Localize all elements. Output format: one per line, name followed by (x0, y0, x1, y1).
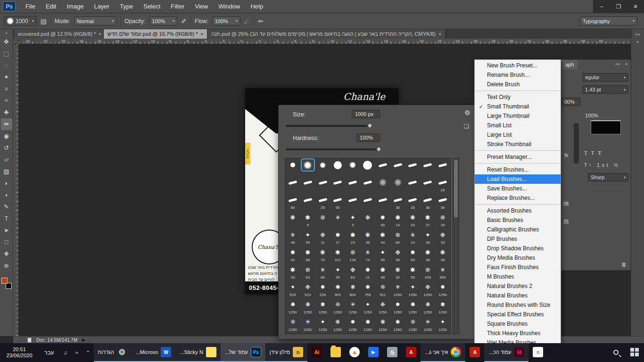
size-value-field[interactable]: 1000 px (352, 110, 380, 118)
brush-preset[interactable]: ✺23 (345, 228, 360, 246)
brush-preset[interactable]: ❉95 (390, 246, 405, 263)
type-style-icons[interactable]: TTŦ (584, 150, 605, 156)
menu-item-m-brushes[interactable]: M Brushes (475, 272, 561, 281)
menu-item-natural-brushes[interactable]: Natural Brushes (475, 291, 561, 300)
type-position-icons[interactable]: T¹ 1st ½ (584, 163, 620, 168)
menubar-item-select[interactable]: Select (138, 0, 165, 13)
brush-preset[interactable]: ❊63 (300, 263, 315, 280)
brush-preset[interactable]: ✹1250 (345, 315, 360, 333)
taskbar-start[interactable] (625, 343, 644, 362)
brush-preset[interactable]: ❋32 (390, 263, 405, 280)
brush-preset[interactable]: 25 (315, 193, 330, 211)
menubar-item-window[interactable]: Window (213, 0, 245, 13)
menu-item-square-brushes[interactable]: Square Brushes (475, 319, 561, 329)
brush-preset[interactable]: ✺48 (375, 263, 390, 280)
menu-item-round-brushes-with-size[interactable]: Round Brushes with Size (475, 300, 561, 310)
brush-preset[interactable]: ✦26 (420, 228, 435, 246)
brush-preset[interactable]: ✳1250 (420, 315, 435, 333)
scrollbar-thumb[interactable] (454, 160, 458, 217)
menu-item-text-only[interactable]: Text Only (475, 92, 561, 102)
brush-preset[interactable]: ❊39 (435, 211, 450, 228)
eyedropper-tool[interactable]: ✧ (1, 95, 12, 107)
taskbar-media-player[interactable]: ▶ (364, 343, 383, 362)
brush-preset[interactable] (285, 176, 300, 193)
taskbar-photoshop[interactable]: ...עמוד שלPs (221, 343, 265, 362)
brush-preset[interactable]: ✦59 (300, 228, 315, 246)
anti-alias-select[interactable]: Sharp ▾ (588, 173, 628, 181)
brush-preset[interactable]: ❊100 (420, 263, 435, 280)
path-selection-tool[interactable]: ➤ (1, 224, 12, 236)
brush-preset-picker[interactable]: 1000 ▾ (4, 16, 37, 26)
brush-preset[interactable]: ✱1250 (390, 315, 405, 333)
brush-preset[interactable]: ❊60 (390, 228, 405, 246)
taskbar-clock[interactable]: 20:51 23/06/2020 (0, 346, 39, 359)
brush-preset[interactable]: ❉1250 (330, 315, 345, 333)
size-slider-thumb[interactable] (367, 123, 373, 129)
menu-item-faux-finish-brushes[interactable]: Faux Finish Brushes (475, 263, 561, 272)
taskbar-indesign[interactable]: ...עמוד הכId (484, 343, 528, 362)
menu-item-calligraphic-brushes[interactable]: Calligraphic Brushes (475, 225, 561, 234)
trash-icon[interactable]: 🗑 (621, 262, 627, 267)
minimize-button[interactable]: – (593, 0, 610, 13)
brush-preset[interactable]: ✹226 (315, 280, 330, 298)
brush-preset[interactable]: ❉63 (345, 263, 360, 280)
brush-preset[interactable]: ✦1250 (405, 280, 421, 298)
brush-preset[interactable]: ✱44 (375, 228, 390, 246)
taskbar-search[interactable] (606, 343, 625, 362)
brush-preset[interactable]: ❋1250 (375, 315, 390, 333)
document-tab[interactable]: ecovered.psd @ 12.5% (RGB/8) *× (14, 29, 104, 39)
menu-item-delete-brush[interactable]: Delete Brush (475, 80, 561, 89)
mode-select[interactable]: Normal ▾ (74, 16, 116, 25)
taskbar-settings[interactable]: הגדרות⚙ (94, 343, 132, 362)
menu-item-natural-brushes-2[interactable]: Natural Brushes 2 (475, 281, 561, 291)
brush-preset[interactable]: ❉1250 (375, 298, 390, 315)
menu-item-save-brushes[interactable]: Save Brushes... (475, 184, 561, 193)
menu-item-dry-media-brushes[interactable]: Dry Media Brushes (475, 253, 561, 263)
close-button[interactable]: ✕ (627, 0, 644, 13)
move-tool[interactable]: ✥ (1, 36, 12, 48)
close-icon[interactable]: × (636, 40, 639, 44)
brush-preset[interactable]: 30 (435, 193, 450, 211)
document-tab[interactable]: עמוד שלם חדש.psd @ 16.7% (RGB/8) *× (104, 29, 207, 39)
brush-preset[interactable] (360, 176, 375, 193)
menu-item-rename-brush[interactable]: Rename Brush... (475, 70, 561, 80)
brush-preset[interactable]: ✱33 (285, 263, 300, 280)
menubar-item-view[interactable]: View (190, 0, 213, 13)
brush-preset[interactable] (435, 158, 450, 176)
brush-preset[interactable]: ✹90 (405, 246, 421, 263)
brush-preset[interactable]: ✦1250 (315, 315, 330, 333)
foreground-color-swatch[interactable] (1, 278, 8, 284)
brush-preset[interactable]: ✱1250 (435, 298, 450, 315)
taskbar-notes[interactable]: ≡ (528, 343, 547, 362)
menubar-item-edit[interactable]: Edit (41, 0, 61, 13)
taskbar-word[interactable]: ...MicrosoW (132, 343, 176, 362)
brush-preset[interactable] (375, 176, 390, 193)
airbrush-icon[interactable]: ☄ (244, 17, 250, 25)
brush-preset[interactable]: ❉33 (435, 228, 450, 246)
brush-preset[interactable] (390, 176, 405, 193)
brush-preset[interactable]: ✳ (330, 211, 345, 228)
brush-preset[interactable] (300, 176, 315, 193)
leading-field[interactable]: 1.43 pt ▾ (582, 85, 628, 94)
brush-preset[interactable]: ✺993 (330, 280, 345, 298)
opacity-select[interactable]: 100% ▾ (149, 16, 177, 25)
hardness-slider-thumb[interactable] (376, 146, 382, 152)
dodge-tool[interactable]: ◖ (1, 189, 12, 201)
brush-preset[interactable]: ✹42 (285, 246, 300, 263)
brush-preset[interactable] (330, 176, 345, 193)
brush-preset[interactable]: 36 (390, 193, 405, 211)
brush-preset[interactable]: ❉1250 (420, 280, 435, 298)
tab-close-icon[interactable]: × (438, 32, 441, 37)
pressure-opacity-icon[interactable]: ✐ (181, 17, 187, 25)
taskbar-folder[interactable] (326, 343, 345, 362)
brush-preset[interactable]: ✺1250 (360, 315, 375, 333)
taskbar-illustrator[interactable]: Ai (307, 343, 326, 362)
menubar-item-filter[interactable]: Filter (165, 0, 190, 13)
menu-item-large-list[interactable]: Large List (475, 130, 561, 140)
healing-brush-tool[interactable]: ✚ (1, 107, 12, 118)
status-popup-arrow-icon[interactable]: ▶ (82, 337, 85, 342)
brush-preset[interactable]: ✳46 (285, 228, 300, 246)
brush-preset[interactable]: ✺1250 (405, 298, 421, 315)
collapse-icon[interactable]: «« (635, 32, 640, 37)
zoom-tool[interactable]: ⊕ (1, 260, 12, 272)
